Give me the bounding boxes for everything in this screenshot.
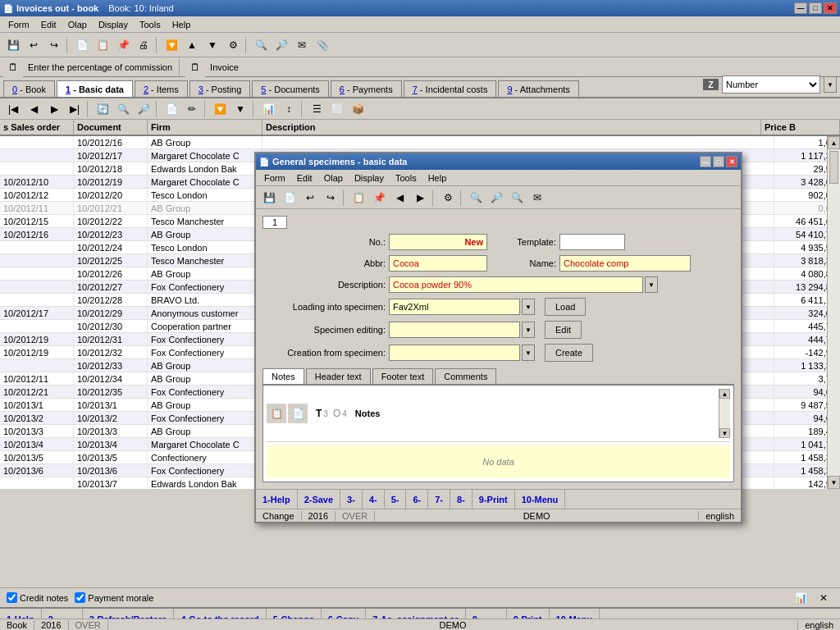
nav-sort[interactable]: ↕ [279, 99, 299, 119]
loading-input[interactable] [389, 299, 520, 315]
toolbar-undo[interactable]: ↩ [24, 35, 43, 55]
toolbar-new[interactable]: 📄 [72, 35, 92, 55]
tab-basic-data[interactable]: 1 - Basic data [57, 80, 133, 97]
dlg-tb-save[interactable]: 💾 [259, 188, 279, 208]
nav-filter[interactable]: 🔽 [210, 99, 230, 119]
credit-notes-check[interactable] [7, 592, 17, 603]
toolbar-email[interactable]: ✉ [292, 35, 312, 55]
vertical-scrollbar[interactable]: ▲ ▼ [827, 136, 840, 489]
dlg-status-fn3[interactable]: 3- [340, 490, 363, 509]
bottom-close[interactable]: ✕ [814, 588, 833, 608]
load-button[interactable]: Load [545, 298, 586, 316]
nav-new-rec[interactable]: 📄 [162, 99, 181, 119]
tab-posting[interactable]: 3 - Posting [189, 80, 251, 97]
dlg-status-fn9[interactable]: 9-Print [472, 490, 515, 509]
specimen-dropdown[interactable]: ▼ [522, 322, 535, 338]
menu-help[interactable]: Help [167, 18, 196, 31]
dlg-status-fn4[interactable]: 4- [363, 490, 385, 509]
dlg-tb-paste[interactable]: 📌 [369, 188, 389, 208]
notes-scrollbar[interactable]: ▲ ▼ [719, 389, 730, 438]
dialog-menu-edit[interactable]: Edit [292, 171, 317, 185]
edit-button[interactable]: Edit [545, 321, 582, 339]
credit-notes-checkbox[interactable]: Credit notes [7, 592, 68, 603]
dlg-tb-opt[interactable]: ⚙ [438, 188, 458, 208]
maximize-button[interactable]: □ [809, 2, 822, 14]
notes-scroll-down[interactable]: ▼ [719, 428, 730, 438]
dlg-status-fn10[interactable]: 10-Menu [515, 490, 566, 509]
toolbar-paste[interactable]: 📌 [113, 35, 133, 55]
tab-documents[interactable]: 5 - Documents [252, 80, 329, 97]
scroll-down[interactable]: ▼ [828, 476, 840, 489]
scroll-thumb[interactable] [829, 151, 838, 184]
table-row[interactable]: 10/2012/16 AB Group 1,00 [0, 136, 840, 149]
nav-extra2[interactable]: ⬜ [327, 99, 347, 119]
inner-tab-header[interactable]: Header text [306, 368, 371, 384]
creation-input[interactable] [389, 345, 520, 361]
nav-refresh[interactable]: 🔄 [93, 99, 112, 119]
dlg-status-fn7[interactable]: 7- [428, 490, 450, 509]
menu-tools[interactable]: Tools [135, 18, 166, 31]
payment-morale-checkbox[interactable]: Payment morale [75, 592, 153, 603]
toolbar-redo[interactable]: ↪ [44, 35, 64, 55]
toolbar-sort-up[interactable]: ▲ [182, 35, 202, 55]
number-dropdown[interactable]: ▼ [824, 76, 837, 93]
dlg-status-fn1[interactable]: 1-Help [256, 490, 298, 509]
dialog-menu-olap[interactable]: Olap [319, 171, 348, 185]
close-button[interactable]: ✕ [824, 2, 837, 14]
nav-filter2[interactable]: ▼ [231, 99, 250, 119]
loading-dropdown[interactable]: ▼ [522, 299, 535, 315]
toolbar2-icon2[interactable]: 🗒 [185, 57, 205, 77]
description-dropdown[interactable]: ▼ [645, 276, 658, 293]
minimize-button[interactable]: — [794, 2, 807, 14]
name-input[interactable] [559, 255, 691, 272]
tab-book[interactable]: 0 - Book [3, 80, 55, 97]
tab-attachments[interactable]: 9 - Attachments [498, 80, 578, 97]
bottom-icon1[interactable]: 📊 [791, 588, 810, 608]
dlg-tb-search1[interactable]: 🔍 [466, 188, 486, 208]
toolbar-search[interactable]: 🔍 [251, 35, 271, 55]
tab-payments[interactable]: 6 - Payments [331, 80, 402, 97]
dlg-tb-nav1[interactable]: ◀ [390, 188, 409, 208]
dialog-menu-display[interactable]: Display [349, 171, 389, 185]
dlg-tb-undo[interactable]: ↩ [300, 188, 320, 208]
dlg-tb-redo[interactable]: ↪ [321, 188, 340, 208]
toolbar-sort-down[interactable]: ▼ [203, 35, 222, 55]
nav-view[interactable]: 📊 [258, 99, 278, 119]
nav-extra1[interactable]: ☰ [307, 99, 326, 119]
nav-extra3[interactable]: 📦 [348, 99, 368, 119]
tab-items[interactable]: 2 - Items [135, 80, 188, 97]
toolbar2-icon1[interactable]: 🗒 [3, 57, 23, 77]
dialog-menu-help[interactable]: Help [423, 171, 452, 185]
toolbar-filter[interactable]: 🔽 [162, 35, 181, 55]
dialog-maximize[interactable]: □ [713, 156, 724, 167]
nav-find-rec[interactable]: 🔎 [134, 99, 153, 119]
menu-edit[interactable]: Edit [36, 18, 62, 31]
notes-btn2[interactable]: 📄 [288, 404, 308, 423]
toolbar-find[interactable]: 🔎 [272, 35, 291, 55]
menu-olap[interactable]: Olap [63, 18, 92, 31]
template-input[interactable] [559, 234, 625, 250]
dlg-tb-copy[interactable]: 📋 [349, 188, 368, 208]
toolbar-options[interactable]: ⚙ [223, 35, 243, 55]
dlg-status-fn6[interactable]: 6- [406, 490, 428, 509]
notes-btn1[interactable]: 📋 [267, 404, 286, 423]
tab-incidental[interactable]: 7 - Incidental costs [404, 80, 497, 97]
no-input[interactable] [389, 234, 487, 250]
scroll-up[interactable]: ▲ [828, 136, 840, 149]
menu-display[interactable]: Display [94, 18, 133, 31]
payment-morale-check[interactable] [75, 592, 85, 603]
dlg-tb-doc[interactable]: 📄 [280, 188, 299, 208]
dlg-status-fn8[interactable]: 8- [450, 490, 472, 509]
dlg-tb-nav2[interactable]: ▶ [410, 188, 430, 208]
nav-prev[interactable]: ◀ [24, 99, 43, 119]
nav-next[interactable]: ▶ [44, 99, 64, 119]
scroll-track[interactable] [828, 149, 840, 476]
creation-dropdown[interactable]: ▼ [522, 345, 535, 361]
toolbar-extra[interactable]: 📎 [313, 35, 332, 55]
dlg-tb-search2[interactable]: 🔎 [486, 188, 506, 208]
dialog-minimize[interactable]: — [700, 156, 711, 167]
toolbar-save[interactable]: 💾 [3, 35, 23, 55]
number-select[interactable]: Number Date Customer [722, 75, 820, 94]
dlg-tb-search3[interactable]: 🔍 [507, 188, 527, 208]
inner-tab-comments[interactable]: Comments [435, 368, 496, 384]
